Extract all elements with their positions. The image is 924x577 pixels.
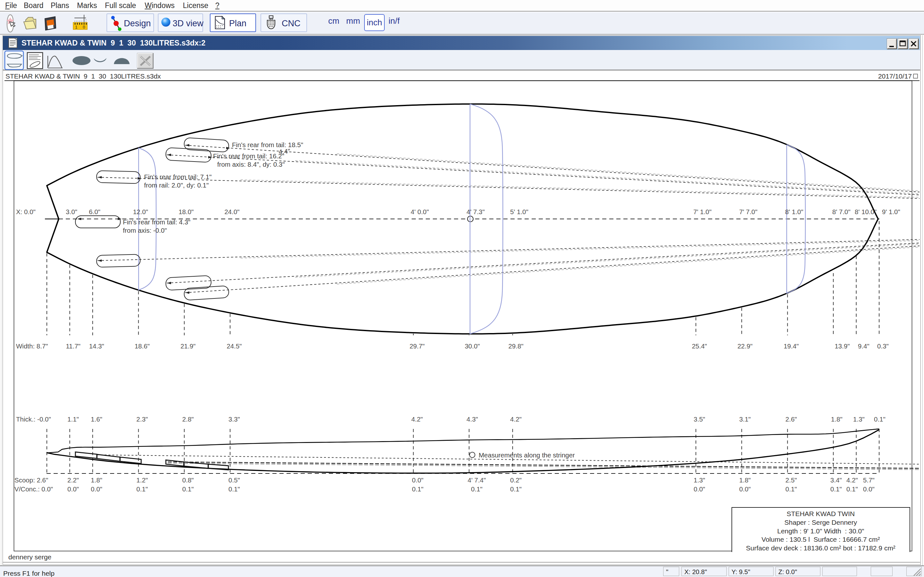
svg-text:8' 10.0": 8' 10.0" — [855, 208, 877, 215]
svg-text:3.0": 3.0" — [66, 208, 78, 215]
svg-text:7' 1.0": 7' 1.0" — [693, 208, 712, 215]
svg-text:X: 0.0": X: 0.0" — [16, 208, 36, 215]
svg-text:13.9": 13.9" — [835, 342, 850, 350]
svg-text:Thick.: -0.0": Thick.: -0.0" — [16, 416, 51, 423]
svg-text:0.2": 0.2" — [510, 476, 522, 484]
svg-text:25.4": 25.4" — [692, 342, 707, 350]
svg-text:0.1": 0.1" — [412, 485, 423, 493]
svg-text:2.6": 2.6" — [785, 416, 797, 423]
svg-text:30.0": 30.0" — [465, 342, 480, 350]
svg-text:Surface dev deck : 18136.0 cm²: Surface dev deck : 18136.0 cm² bot : 171… — [746, 544, 895, 552]
svg-text:Length : 9' 1.0" Width : 30.0: Length : 9' 1.0" Width : 30.0" — [777, 527, 864, 535]
svg-text:0.0": 0.0" — [863, 485, 875, 493]
svg-text:5' 1.0": 5' 1.0" — [510, 208, 528, 215]
svg-text:0.0": 0.0" — [694, 485, 705, 493]
svg-text:0.0": 0.0" — [739, 485, 751, 493]
svg-text:2.5": 2.5" — [785, 476, 797, 484]
svg-text:3.4": 3.4" — [830, 476, 842, 484]
svg-text:6.0": 6.0" — [89, 208, 100, 215]
svg-text:1.6": 1.6" — [91, 416, 102, 423]
svg-text:18.6": 18.6" — [134, 342, 150, 350]
svg-text:1.8": 1.8" — [91, 476, 102, 484]
svg-text:Width: 8.7": Width: 8.7" — [16, 342, 48, 350]
svg-text:0.5": 0.5" — [228, 476, 240, 484]
svg-text:21.9": 21.9" — [180, 342, 195, 350]
svg-text:9' 1.0": 9' 1.0" — [882, 208, 900, 215]
svg-text:1.1": 1.1" — [67, 416, 79, 423]
svg-text:4.2": 4.2" — [846, 476, 858, 484]
svg-text:0.0": 0.0" — [67, 485, 79, 493]
svg-text:0.1": 0.1" — [228, 485, 240, 493]
svg-text:12.0": 12.0" — [133, 208, 148, 215]
svg-text:8' 1.0": 8' 1.0" — [785, 208, 803, 215]
svg-text:1.2": 1.2" — [136, 476, 148, 484]
svg-text:0.1": 0.1" — [785, 485, 797, 493]
svg-text:29.7": 29.7" — [409, 342, 425, 350]
svg-text:9.4": 9.4" — [858, 342, 869, 350]
svg-text:4.3": 4.3" — [467, 416, 478, 423]
svg-text:0.1": 0.1" — [846, 485, 858, 493]
svg-text:Fin's rear from tail: 18.5": Fin's rear from tail: 18.5" — [232, 141, 303, 148]
svg-text:1.8": 1.8" — [831, 416, 843, 423]
svg-text:29.8": 29.8" — [508, 342, 523, 350]
svg-text:Shaper : Serge Dennery: Shaper : Serge Dennery — [784, 519, 857, 526]
svg-text:1.3": 1.3" — [853, 416, 865, 423]
svg-text:4.4": 4.4" — [278, 147, 290, 155]
svg-text:0.0": 0.0" — [412, 476, 423, 484]
svg-text:STEHAR KWAD TWIN: STEHAR KWAD TWIN — [787, 510, 855, 517]
svg-text:18.0": 18.0" — [178, 208, 194, 215]
svg-text:V/Conc.: 0.0": V/Conc.: 0.0" — [15, 485, 53, 493]
svg-text:0.0": 0.0" — [91, 485, 102, 493]
svg-text:3.3": 3.3" — [228, 416, 240, 423]
svg-text:0.1": 0.1" — [510, 485, 522, 493]
svg-text:14.3": 14.3" — [89, 342, 104, 350]
svg-text:from axis: -0.0": from axis: -0.0" — [123, 227, 167, 234]
svg-text:22.9": 22.9" — [737, 342, 752, 350]
svg-text:1.3": 1.3" — [694, 476, 705, 484]
svg-text:8' 7.0": 8' 7.0" — [832, 208, 851, 215]
svg-text:from rail: 2.0", dy: 0.1": from rail: 2.0", dy: 0.1" — [144, 181, 208, 189]
svg-text:4.2": 4.2" — [510, 416, 522, 423]
svg-text:24.5": 24.5" — [226, 342, 242, 350]
svg-text:0.1": 0.1" — [874, 416, 885, 423]
svg-text:4' 0.0": 4' 0.0" — [411, 208, 429, 215]
svg-text:2.8": 2.8" — [182, 416, 194, 423]
svg-text:Volume : 130.5 l Surface : 16: Volume : 130.5 l Surface : 16666.7 cm² — [762, 536, 880, 543]
svg-text:4' 7.3": 4' 7.3" — [467, 208, 485, 215]
svg-text:2.2": 2.2" — [67, 476, 79, 484]
svg-text:0.8": 0.8" — [182, 476, 194, 484]
svg-text:from axis: 8.4", dy: 0.3": from axis: 8.4", dy: 0.3" — [217, 161, 285, 168]
svg-text:2.3": 2.3" — [136, 416, 148, 423]
svg-text:24.0": 24.0" — [224, 208, 239, 215]
svg-text:1.8": 1.8" — [739, 476, 751, 484]
svg-text:Fin's rear from tail: 16.2": Fin's rear from tail: 16.2" — [213, 152, 284, 160]
svg-text:0.1": 0.1" — [830, 485, 842, 493]
svg-text:0.1": 0.1" — [471, 485, 483, 493]
svg-text:Scoop: 2.6": Scoop: 2.6" — [15, 476, 48, 484]
svg-text:Fin's rear from tail: 7.1": Fin's rear from tail: 7.1" — [144, 173, 212, 181]
svg-text:3.1": 3.1" — [739, 416, 751, 423]
svg-text:0.1": 0.1" — [182, 485, 194, 493]
svg-text:19.4": 19.4" — [783, 342, 798, 350]
svg-text:3.5": 3.5" — [694, 416, 705, 423]
svg-text:Fin's rear from tail: 4.3": Fin's rear from tail: 4.3" — [123, 218, 191, 226]
svg-text:5.7": 5.7" — [863, 476, 875, 484]
svg-text:4.2": 4.2" — [411, 416, 423, 423]
svg-text:0.1": 0.1" — [136, 485, 148, 493]
svg-text:Measurements along the stringe: Measurements along the stringer — [479, 451, 575, 459]
svg-text:7' 7.0": 7' 7.0" — [739, 208, 758, 215]
svg-text:4' 7.4": 4' 7.4" — [468, 476, 486, 484]
svg-text:11.7": 11.7" — [66, 342, 81, 350]
svg-text:0.3": 0.3" — [877, 342, 889, 350]
